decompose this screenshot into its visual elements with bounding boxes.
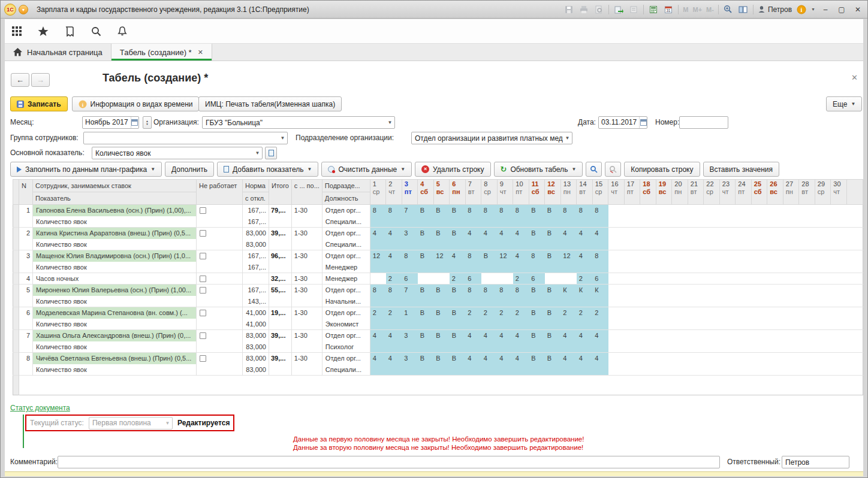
norm-cell[interactable]: 83,000: [243, 330, 269, 341]
day-cell-16[interactable]: [608, 330, 625, 353]
employee-cell[interactable]: Часов ночных: [33, 273, 197, 285]
day-cell-23[interactable]: [719, 353, 736, 376]
col-header-norm-deviation[interactable]: с откл.: [243, 192, 269, 205]
day-cell-7[interactable]: 4: [465, 353, 481, 376]
day-cell-29[interactable]: [815, 250, 831, 273]
day-cell-23[interactable]: [719, 205, 736, 228]
day-cell-18[interactable]: [640, 307, 656, 330]
day-cell-6[interactable]: 2: [450, 273, 466, 285]
open-indicator-button[interactable]: [265, 147, 277, 159]
total-cell[interactable]: 32,...: [269, 273, 292, 285]
day-cell-8[interactable]: 2: [481, 307, 498, 330]
day-cell-23[interactable]: [719, 250, 736, 273]
day-cell-14[interactable]: К: [577, 285, 593, 307]
norm-cell[interactable]: 83,000: [243, 353, 269, 364]
split-view-icon[interactable]: [738, 4, 749, 15]
day-cell-3[interactable]: 3: [402, 330, 418, 353]
department-select[interactable]: Отдел организации и развития платных мед…: [411, 132, 572, 144]
day-cell-26[interactable]: [767, 228, 783, 250]
col-header-day-15[interactable]: 15ср: [592, 180, 608, 205]
day-cell-9[interactable]: 4: [497, 353, 513, 376]
day-cell-25[interactable]: [751, 273, 767, 285]
norm-deviation-cell[interactable]: 143,...: [243, 296, 269, 307]
day-cell-21[interactable]: [688, 273, 704, 285]
indicator-cell[interactable]: Количество явок: [33, 341, 197, 353]
period-cell[interactable]: 1-30: [291, 228, 322, 250]
comment-input[interactable]: [58, 456, 720, 468]
day-cell-30[interactable]: [831, 353, 847, 376]
day-cell-30[interactable]: [831, 273, 847, 285]
period-cell[interactable]: 1-30: [291, 330, 322, 353]
day-cell-6[interactable]: В: [450, 285, 466, 307]
day-cell-1[interactable]: 8: [370, 205, 386, 228]
period-cell[interactable]: 1-30: [291, 205, 322, 228]
day-cell-15[interactable]: 8: [592, 250, 608, 273]
norm-deviation-cell[interactable]: 167,...: [243, 262, 269, 273]
row-number[interactable]: 7: [19, 330, 33, 353]
day-cell-10[interactable]: 4: [513, 330, 529, 353]
history-icon[interactable]: [64, 25, 76, 37]
day-cell-20[interactable]: [672, 307, 688, 330]
current-user-button[interactable]: Петров: [758, 5, 792, 14]
not-working-cell[interactable]: [197, 330, 243, 353]
day-cell-1[interactable]: 8: [370, 285, 386, 307]
day-cell-27[interactable]: [783, 330, 799, 353]
day-cell-25[interactable]: [751, 353, 767, 376]
day-cell-27[interactable]: [783, 250, 799, 273]
day-cell-5[interactable]: В: [433, 228, 450, 250]
day-cell-26[interactable]: [767, 273, 783, 285]
day-cell-20[interactable]: [672, 228, 688, 250]
period-cell[interactable]: 1-30: [291, 250, 322, 273]
day-cell-5[interactable]: В: [433, 330, 450, 353]
day-cell-11[interactable]: В: [529, 307, 545, 330]
day-cell-1[interactable]: 12: [370, 250, 386, 273]
day-cell-14[interactable]: 4: [577, 353, 593, 376]
day-cell-25[interactable]: [751, 307, 767, 330]
imc-print-button[interactable]: ИМЦ: Печать табеля(Изменная шапка): [198, 96, 342, 111]
department-cell[interactable]: Отдел орг...: [322, 307, 370, 319]
not-working-cell[interactable]: [197, 205, 243, 228]
row-number[interactable]: 5: [19, 285, 33, 307]
day-cell-4[interactable]: В: [418, 228, 434, 250]
memory-m-plus-button[interactable]: M+: [693, 6, 703, 13]
day-cell-18[interactable]: [640, 228, 656, 250]
period-cell[interactable]: 1-30: [291, 307, 322, 330]
day-cell-30[interactable]: [831, 330, 847, 353]
employee-cell[interactable]: Катина Кристина Араратовна (внеш.) (Прин…: [33, 228, 197, 239]
command-button-5[interactable]: ↻Обновить табель▼: [494, 162, 583, 177]
day-cell-6[interactable]: 4: [450, 250, 466, 273]
col-header-n[interactable]: N: [19, 180, 33, 205]
day-cell-8[interactable]: 8: [481, 285, 498, 307]
total-cell[interactable]: 39,...: [269, 330, 292, 353]
day-cell-16[interactable]: [608, 205, 625, 228]
day-cell-30[interactable]: [831, 250, 847, 273]
day-cell-3[interactable]: 8: [402, 250, 418, 273]
day-cell-9[interactable]: [497, 273, 513, 285]
norm-deviation-cell[interactable]: 83,000: [243, 341, 269, 353]
col-header-department[interactable]: Подразде...: [322, 180, 370, 192]
day-cell-15[interactable]: 4: [592, 353, 608, 376]
day-cell-12[interactable]: В: [545, 250, 561, 273]
day-cell-17[interactable]: [624, 353, 640, 376]
norm-deviation-cell[interactable]: 167,...: [243, 216, 269, 228]
day-cell-5[interactable]: В: [433, 353, 450, 376]
col-header-position[interactable]: Должность: [322, 192, 370, 205]
day-cell-13[interactable]: 12: [560, 250, 577, 273]
col-header-day-26[interactable]: 26вс: [767, 180, 783, 205]
current-status-select[interactable]: Первая половина▼: [89, 417, 173, 429]
col-header-day-28[interactable]: 28вт: [799, 180, 815, 205]
total-cell[interactable]: 19,...: [269, 307, 292, 330]
chevron-down-icon[interactable]: ▼: [563, 135, 572, 141]
employee-cell[interactable]: Чичёва Светлана Евгеньевна (внеш.) (Прин…: [33, 353, 197, 364]
calculator-icon[interactable]: [648, 4, 659, 15]
employee-group-select[interactable]: ▼: [83, 132, 288, 144]
not-working-cell[interactable]: [197, 285, 243, 307]
day-cell-2[interactable]: 8: [386, 285, 402, 307]
department-cell[interactable]: Отдел орг...: [322, 330, 370, 341]
day-cell-10[interactable]: 8: [513, 205, 529, 228]
day-cell-14[interactable]: 2: [577, 273, 593, 285]
day-cell-21[interactable]: [688, 250, 704, 273]
norm-cell[interactable]: 41,000: [243, 307, 269, 319]
col-header-norm[interactable]: Норма: [243, 180, 269, 192]
day-cell-9[interactable]: 12: [497, 250, 513, 273]
